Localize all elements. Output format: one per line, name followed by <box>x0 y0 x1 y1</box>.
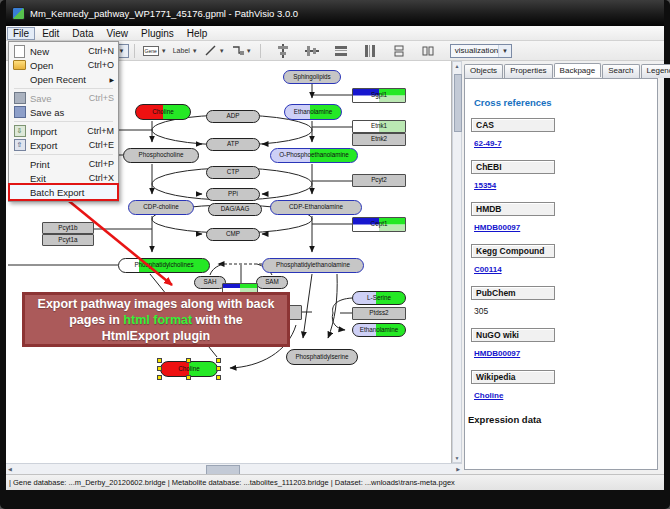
menu-item-label: Open Recent <box>30 74 103 85</box>
menu-separator <box>14 154 113 155</box>
xref-link[interactable]: C00114 <box>474 265 502 274</box>
distribute-horizontal-button[interactable] <box>332 43 350 59</box>
pathway-node-sgpl1[interactable]: Sgpl1 <box>352 88 406 103</box>
align-center-button[interactable] <box>274 43 292 59</box>
side-panel-tabs: ObjectsPropertiesBackpageSearchLegend <box>464 64 670 78</box>
pathway-node-o-phosphoethanolamine[interactable]: O-Phosphoethanolamine <box>270 148 358 163</box>
chevron-down-icon[interactable]: ▼ <box>192 48 198 54</box>
pathway-node-cmp[interactable]: CMP <box>206 228 260 241</box>
tab-backpage[interactable]: Backpage <box>554 63 602 77</box>
pathway-node-adp[interactable]: ADP <box>206 110 260 123</box>
add-label-button[interactable]: Label ▼ <box>171 43 200 59</box>
pathway-node-cdp-ethanolamine[interactable]: CDP-Ethanolamine <box>270 200 362 215</box>
xref-section-cas: CAS62-49-7 <box>471 118 657 150</box>
vertical-scroll-thumb[interactable] <box>454 74 462 132</box>
xref-link[interactable]: HMDB00097 <box>474 349 520 358</box>
menu-view[interactable]: View <box>100 27 134 40</box>
visualization-combobox[interactable]: visualization ▼ <box>450 44 512 58</box>
canvas-horizontal-scrollbar[interactable]: ◀ ▶ <box>6 463 462 474</box>
pathway-node-pcyt1a[interactable]: Pcyt1a <box>42 234 94 246</box>
chevron-down-icon[interactable]: ▼ <box>498 45 510 57</box>
stack-vertical-button[interactable] <box>390 43 408 59</box>
pathway-node-pcyt2[interactable]: Pcyt2 <box>352 174 406 187</box>
pathway-node-phosphocholine[interactable]: Phosphocholine <box>123 148 199 163</box>
pathway-node-choline[interactable]: Choline <box>160 361 218 377</box>
xref-link[interactable]: 15354 <box>474 181 496 190</box>
menu-edit[interactable]: Edit <box>36 27 65 40</box>
chevron-down-icon[interactable]: ▼ <box>246 48 252 54</box>
pathway-node-ppi[interactable]: PPi <box>206 188 260 201</box>
canvas-vertical-scrollbar[interactable]: ▲ ▼ <box>452 61 462 463</box>
file-menu-item-open-recent[interactable]: Open Recent▶ <box>10 72 117 86</box>
pathway-node-ethanolamine[interactable]: Ethanolamine <box>284 104 342 120</box>
connector-tool-button[interactable]: ▼ <box>229 43 254 59</box>
scroll-up-icon[interactable]: ▲ <box>453 63 461 69</box>
menu-item-shortcut: Ctrl+X <box>89 173 114 183</box>
pathway-node-sphingolipids[interactable]: Sphingolipids <box>283 70 341 84</box>
file-menu-item-export[interactable]: ⇧ExportCtrl+E <box>10 138 117 152</box>
scroll-right-icon[interactable]: ▶ <box>456 466 460 472</box>
xref-link[interactable]: Choline <box>474 391 503 400</box>
label-node-icon: Label <box>173 47 190 54</box>
menu-data[interactable]: Data <box>66 27 99 40</box>
align-middle-button[interactable] <box>303 43 321 59</box>
open-folder-icon <box>13 60 26 71</box>
backpage-panel[interactable]: Cross references CAS62-49-7ChEBI15354HMD… <box>464 78 658 470</box>
tab-legend[interactable]: Legend <box>641 64 670 78</box>
distribute-horizontal-icon <box>334 44 348 58</box>
menu-file[interactable]: File <box>7 27 35 40</box>
file-menu-item-import[interactable]: ⇩ImportCtrl+M <box>10 124 117 138</box>
pathway-node-ethanolamine[interactable]: Ethanolamine <box>352 323 406 337</box>
xref-link[interactable]: 62-49-7 <box>474 139 502 148</box>
distribute-vertical-button[interactable] <box>361 43 379 59</box>
tab-search[interactable]: Search <box>602 64 639 78</box>
pathway-node-phosphatidylethanolamine[interactable]: Phosphatidylethanolamine <box>262 258 364 273</box>
pathway-node-ctp[interactable]: CTP <box>206 166 260 179</box>
menu-item-shortcut: Ctrl+O <box>88 60 114 70</box>
no-icon <box>13 187 26 198</box>
menu-item-label: Open <box>30 60 82 71</box>
side-panel: ObjectsPropertiesBackpageSearchLegend Cr… <box>462 61 664 474</box>
status-text: | Gene database: ...m_Derby_20120602.bri… <box>9 478 455 487</box>
add-gene-button[interactable]: Gene ▼ <box>141 43 169 59</box>
stack-horizontal-button[interactable] <box>419 43 437 59</box>
xref-source-name: Wikipedia <box>471 370 555 384</box>
chevron-down-icon[interactable]: ▼ <box>219 48 225 54</box>
pathway-node-phosphatidylcholines[interactable]: Phosphatidylcholines <box>118 258 210 273</box>
pathway-node-atp[interactable]: ATP <box>206 138 260 151</box>
title-bar[interactable]: Mm_Kennedy_pathway_WP1771_45176.gpml - P… <box>6 0 664 26</box>
chevron-down-icon[interactable]: ▼ <box>161 48 167 54</box>
menu-help[interactable]: Help <box>181 27 214 40</box>
pathway-node-dag-aag[interactable]: DAG/AAG <box>208 203 262 216</box>
xref-link[interactable]: HMDB00097 <box>474 223 520 232</box>
expression-data-heading: Expression data <box>468 414 657 425</box>
scroll-left-icon[interactable]: ◀ <box>8 466 12 472</box>
tab-properties[interactable]: Properties <box>504 64 552 78</box>
pathway-node-cdp-choline[interactable]: CDP-choline <box>128 200 194 215</box>
file-menu-item-save: SaveCtrl+S <box>10 91 117 105</box>
file-menu-item-open[interactable]: OpenCtrl+O <box>10 58 117 72</box>
pathway-node-l-serine[interactable]: L-Serine <box>352 291 406 305</box>
visualization-value: visualization <box>455 46 499 55</box>
pathway-node-etnk2[interactable]: Etnk2 <box>352 133 406 146</box>
file-menu-item-new[interactable]: NewCtrl+N <box>10 44 117 58</box>
file-menu-item-print[interactable]: PrintCtrl+P <box>10 157 117 171</box>
pathway-node-sam[interactable]: SAM <box>256 276 288 289</box>
menu-bar: FileEditDataViewPluginsHelp <box>6 26 664 41</box>
file-menu-item-exit[interactable]: ExitCtrl+X <box>10 171 117 185</box>
line-tool-button[interactable]: ▼ <box>202 43 227 59</box>
file-menu-item-batch-export[interactable]: Batch Export <box>10 185 117 199</box>
pathway-node-pcyt1b[interactable]: Pcyt1b <box>42 222 94 234</box>
scroll-down-icon[interactable]: ▼ <box>453 455 461 461</box>
menu-item-label: Batch Export <box>30 187 108 198</box>
pathway-node-cept1[interactable]: Cept1 <box>352 217 406 232</box>
pathway-node-ptdss2[interactable]: Ptdss2 <box>352 307 406 320</box>
file-menu-item-save-as[interactable]: Save as <box>10 105 117 119</box>
tab-objects[interactable]: Objects <box>464 64 503 78</box>
pathway-node-etnk1[interactable]: Etnk1 <box>352 120 406 133</box>
pathway-node-phosphatidylserine[interactable]: Phosphatidylserine <box>286 349 358 365</box>
menu-plugins[interactable]: Plugins <box>135 27 180 40</box>
save-icon <box>13 93 26 104</box>
pathway-node-choline[interactable]: Choline <box>135 104 191 120</box>
menu-item-label: Save as <box>30 107 108 118</box>
